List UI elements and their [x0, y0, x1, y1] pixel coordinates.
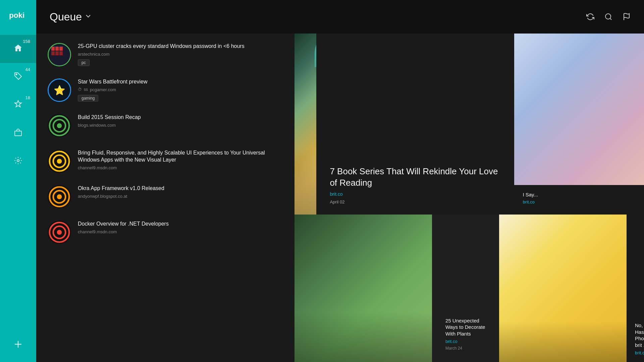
svg-rect-11 — [55, 47, 59, 51]
featured-panel: 7 Book Series That Will Rekindle Your Lo… — [294, 34, 644, 362]
list-item[interactable]: Docker Overview for .NET Developers chan… — [36, 215, 294, 250]
bag-icon — [14, 128, 22, 139]
bottom-card-source: brit.co — [445, 339, 486, 344]
featured-main-image — [294, 34, 316, 215]
article-info: Bring Fluid, Responsive, and Highly Scal… — [78, 149, 284, 173]
article-thumbnail — [48, 185, 71, 208]
bottom-card-4-title: No, Has Pho brit . — [635, 322, 644, 348]
article-source: channel9.msdn.com — [78, 229, 284, 234]
svg-point-6 — [605, 14, 611, 19]
article-title: Okra App Framework v1.0 Released — [78, 185, 284, 192]
svg-point-29 — [57, 230, 62, 235]
bottom-card-text: 25 Unexpected Ways to Decorate With Plan… — [439, 313, 492, 356]
article-title: Docker Overview for .NET Developers — [78, 221, 284, 228]
svg-line-7 — [610, 18, 611, 20]
svg-rect-14 — [55, 51, 59, 55]
article-tag: pc — [78, 59, 90, 66]
article-list: 25-GPU cluster cracks every standard Win… — [36, 34, 294, 362]
list-item[interactable]: Bring Fluid, Responsive, and Highly Scal… — [36, 143, 294, 179]
featured-main-source: brit.co — [330, 191, 501, 197]
star-icon — [14, 100, 22, 111]
featured-bottom-card-2[interactable]: 25 Unexpected Ways to Decorate With Plan… — [432, 215, 499, 362]
article-info: Star Wars Battlefront preview ⏱ ss pcgam… — [78, 78, 284, 102]
article-source: andyonwpf.blogspot.co.at — [78, 194, 284, 199]
sidebar-item-settings[interactable] — [0, 147, 36, 176]
svg-rect-10 — [51, 47, 55, 51]
featured-main-card[interactable]: 7 Book Series That Will Rekindle Your Lo… — [294, 34, 644, 215]
tags-badge: 44 — [25, 67, 30, 72]
sidebar-item-favorites[interactable]: 18 — [0, 91, 36, 119]
flag-button[interactable] — [623, 13, 631, 21]
featured-bottom-card-1[interactable] — [294, 215, 432, 362]
header-actions — [586, 13, 631, 21]
article-thumbnail: ⭐ — [48, 78, 71, 102]
bottom-card-title: 25 Unexpected Ways to Decorate With Plan… — [445, 317, 486, 337]
list-item[interactable]: 25-GPU cluster cracks every standard Win… — [36, 37, 294, 72]
refresh-button[interactable] — [586, 13, 594, 21]
featured-main-text: 7 Book Series That Will Rekindle Your Lo… — [316, 34, 514, 215]
partial-card-content: I Say... brit.co — [514, 185, 644, 215]
svg-rect-15 — [59, 51, 63, 55]
queue-title: Queue — [50, 11, 82, 23]
header-title-button[interactable]: Queue — [50, 11, 91, 23]
add-button[interactable] — [0, 332, 36, 359]
svg-rect-2 — [15, 131, 21, 136]
list-item[interactable]: Okra App Framework v1.0 Released andyonw… — [36, 179, 294, 215]
settings-icon — [14, 156, 22, 167]
featured-bottom-card-3[interactable] — [499, 215, 627, 362]
sidebar-item-home[interactable]: 158 — [0, 35, 36, 63]
partial-card-title: I Say... — [523, 192, 644, 197]
article-info: Build 2015 Session Recap blogs.windows.c… — [78, 114, 284, 130]
article-info: Okra App Framework v1.0 Released andyonw… — [78, 185, 284, 201]
article-tag: gaming — [78, 95, 98, 102]
article-title: 25-GPU cluster cracks every standard Win… — [78, 43, 284, 50]
featured-main-date: April 02 — [330, 199, 501, 204]
article-info: Docker Overview for .NET Developers chan… — [78, 221, 284, 237]
svg-point-23 — [57, 159, 62, 164]
svg-text:poki: poki — [9, 11, 24, 19]
featured-partial-card[interactable]: I Say... brit.co — [514, 34, 644, 215]
article-thumbnail — [48, 221, 71, 244]
home-icon — [14, 44, 22, 54]
article-source: ⏱ ss pcgamer.com — [78, 87, 284, 92]
featured-bottom-card-4[interactable]: No, Has Pho brit . brit.co — [627, 215, 644, 362]
svg-point-26 — [57, 194, 62, 199]
app-logo[interactable]: poki — [8, 10, 28, 21]
search-button[interactable] — [604, 13, 612, 21]
add-icon — [13, 340, 23, 351]
article-title: Build 2015 Session Recap — [78, 114, 284, 121]
article-title: Bring Fluid, Responsive, and Highly Scal… — [78, 149, 284, 164]
list-item[interactable]: ⭐ Star Wars Battlefront preview ⏱ ss pcg… — [36, 72, 294, 108]
article-thumbnail — [48, 43, 71, 66]
featured-main-title: 7 Book Series That Will Rekindle Your Lo… — [330, 166, 501, 189]
bottom-card-date: March 24 — [445, 346, 486, 351]
sidebar-item-shopping[interactable] — [0, 119, 36, 147]
list-item[interactable]: Build 2015 Session Recap blogs.windows.c… — [36, 108, 294, 143]
favorites-badge: 18 — [25, 95, 30, 100]
header: Queue — [36, 0, 644, 34]
featured-bottom-row: 25 Unexpected Ways to Decorate With Plan… — [294, 215, 644, 362]
bottom-card-4-source: brit.co — [635, 350, 644, 355]
svg-point-1 — [16, 74, 17, 75]
sidebar: poki 158 44 18 — [0, 0, 36, 362]
article-thumbnail — [48, 114, 71, 137]
svg-rect-13 — [51, 51, 55, 55]
article-source: channel9.msdn.com — [78, 165, 284, 170]
bottom-card-4-text: No, Has Pho brit . brit.co — [635, 322, 644, 355]
chevron-down-icon — [85, 13, 91, 21]
partial-card-image — [514, 34, 644, 185]
svg-point-20 — [57, 123, 62, 128]
article-source: arstechnica.com — [78, 52, 284, 57]
svg-text:⭐: ⭐ — [54, 85, 65, 96]
tag-icon — [14, 72, 22, 82]
home-badge: 158 — [23, 39, 30, 44]
svg-point-3 — [17, 160, 19, 162]
partial-card-source: brit.co — [523, 199, 644, 204]
sidebar-item-tags[interactable]: 44 — [0, 63, 36, 91]
main-content: Queue — [36, 0, 644, 362]
sidebar-nav: 158 44 18 — [0, 35, 36, 332]
content-area: 25-GPU cluster cracks every standard Win… — [36, 34, 644, 362]
article-thumbnail — [48, 149, 71, 173]
article-title: Star Wars Battlefront preview — [78, 78, 284, 85]
svg-rect-12 — [59, 47, 63, 51]
